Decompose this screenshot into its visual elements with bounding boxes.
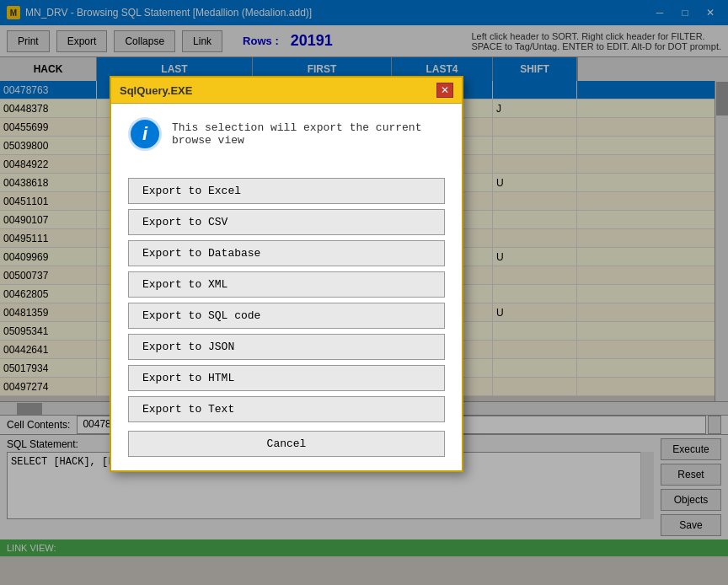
dialog-titlebar: SqlQuery.EXE ✕ — [111, 78, 462, 104]
export-option-4[interactable]: Export to SQL code — [128, 303, 445, 329]
export-option-7[interactable]: Export to Text — [128, 396, 445, 422]
dialog-buttons: Export to ExcelExport to CSVExport to Da… — [111, 178, 462, 470]
export-option-3[interactable]: Export to XML — [128, 271, 445, 298]
export-dialog: SqlQuery.EXE ✕ i This selection will exp… — [110, 76, 463, 472]
modal-overlay: SqlQuery.EXE ✕ i This selection will exp… — [0, 0, 728, 585]
export-option-5[interactable]: Export to JSON — [128, 334, 445, 360]
info-icon: i — [128, 117, 162, 151]
dialog-body: i This selection will export the current… — [111, 104, 462, 178]
cancel-button[interactable]: Cancel — [128, 431, 445, 457]
export-option-6[interactable]: Export to HTML — [128, 365, 445, 391]
dialog-title: SqlQuery.EXE — [120, 84, 192, 97]
dialog-info-row: i This selection will export the current… — [128, 117, 445, 151]
export-option-2[interactable]: Export to Database — [128, 240, 445, 266]
export-option-1[interactable]: Export to CSV — [128, 209, 445, 235]
dialog-message: This selection will export the current b… — [172, 121, 445, 147]
dialog-close-button[interactable]: ✕ — [436, 83, 453, 98]
export-option-0[interactable]: Export to Excel — [128, 178, 445, 204]
